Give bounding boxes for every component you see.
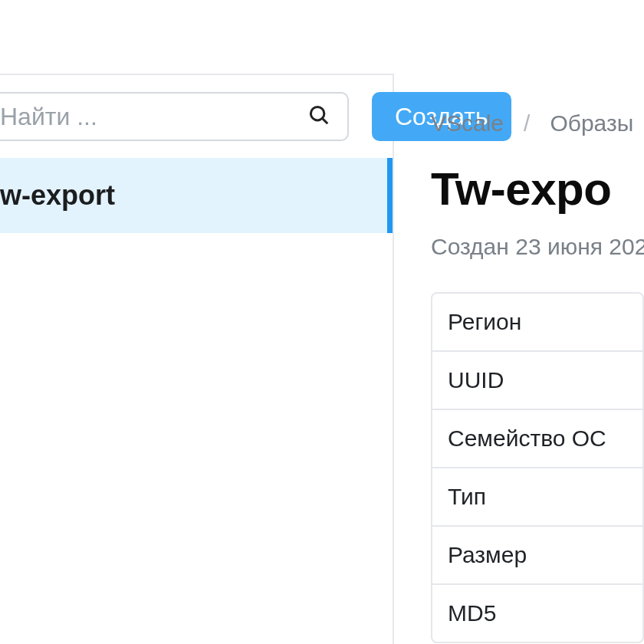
info-table: Регион UUID Семейство ОС Тип Размер MD5 (431, 292, 644, 643)
info-row-region: Регион (432, 294, 642, 352)
info-label: MD5 (448, 600, 496, 626)
info-row-md5: MD5 (432, 585, 642, 642)
info-row-size: Размер (432, 527, 642, 585)
svg-point-0 (310, 107, 324, 120)
info-row-type: Тип (432, 468, 642, 527)
info-row-osfamily: Семейство ОС (432, 410, 642, 468)
info-row-uuid: UUID (432, 352, 642, 410)
search-icon[interactable] (307, 104, 330, 130)
search-box[interactable] (0, 92, 349, 141)
page-title: Tw-expo (431, 163, 644, 215)
breadcrumb-item-images[interactable]: Образы (550, 110, 633, 136)
left-toolbar: Создать (0, 75, 393, 158)
breadcrumb-item-vscale[interactable]: VScale (431, 110, 504, 136)
detail-panel: VScale / Образы / Tw-expo Создан 23 июня… (394, 74, 644, 644)
info-label: Регион (448, 309, 521, 334)
breadcrumbs: VScale / Образы / (431, 110, 644, 136)
breadcrumb-sep-icon: / (524, 110, 530, 136)
info-label: Размер (448, 542, 527, 567)
search-input[interactable] (0, 103, 307, 131)
info-label: UUID (448, 367, 504, 393)
sidebar-item-label: w-export (0, 179, 115, 212)
sidebar-item-tw-export[interactable]: w-export (0, 158, 393, 233)
left-panel: Создать w-export (0, 74, 394, 644)
created-date: Создан 23 июня 2024 (431, 234, 644, 260)
info-label: Семейство ОС (448, 426, 606, 451)
info-label: Тип (448, 484, 486, 509)
svg-line-1 (323, 119, 328, 124)
